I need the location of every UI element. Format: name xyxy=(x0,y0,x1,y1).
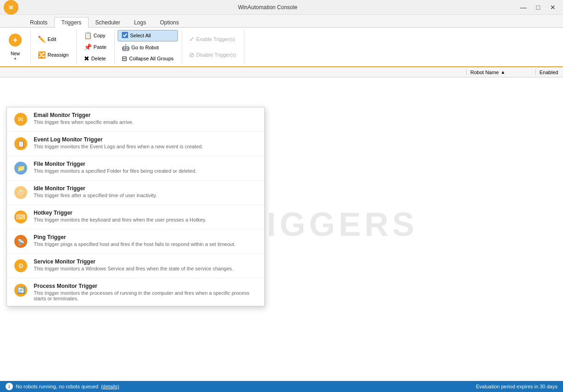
idle-monitor-item[interactable]: ⏱ Idle Monitor Trigger This trigger fire… xyxy=(7,181,264,205)
event-log-item[interactable]: 📋 Event Log Monitor Trigger This trigger… xyxy=(7,132,264,156)
paste-button[interactable]: 📌 Paste xyxy=(80,41,111,53)
email-monitor-icon: ✉ xyxy=(13,112,28,127)
svg-text:🔄: 🔄 xyxy=(17,287,25,294)
enabled-label: Enabled xyxy=(539,70,558,75)
email-monitor-desc: This trigger fires when specific emails … xyxy=(34,119,133,125)
hotkey-desc: This trigger monitors the keyboard and f… xyxy=(34,217,207,222)
restore-button[interactable]: □ xyxy=(532,3,545,12)
service-monitor-icon: ⚙ xyxy=(13,258,28,273)
svg-text:+: + xyxy=(13,35,18,45)
svg-rect-4 xyxy=(122,32,128,38)
hotkey-text: Hotkey Trigger This trigger monitors the… xyxy=(34,210,207,222)
column-header: Robot Name ▲ Enabled xyxy=(0,67,563,77)
new-trigger-dropdown: ✉ Email Monitor Trigger This trigger fir… xyxy=(6,107,265,306)
service-monitor-desc: This trigger monitors a Windows Service … xyxy=(34,266,233,271)
event-log-text: Event Log Monitor Trigger This trigger m… xyxy=(34,136,203,149)
ping-title: Ping Trigger xyxy=(34,234,236,240)
status-left: i No robots running, no robots queued (d… xyxy=(6,383,119,390)
hotkey-title: Hotkey Trigger xyxy=(34,210,207,216)
enable-trigger-label: Enable Trigger(s) xyxy=(196,36,235,42)
edit-button[interactable]: ✏️ Edit xyxy=(34,34,73,45)
ping-item[interactable]: 📡 Ping Trigger This trigger pings a spec… xyxy=(7,229,264,254)
file-monitor-text: File Monitor Trigger This trigger monito… xyxy=(34,161,196,174)
copy-icon: 📋 xyxy=(84,32,92,39)
event-log-title: Event Log Monitor Trigger xyxy=(34,136,203,143)
copy-label: Copy xyxy=(94,33,106,38)
status-text: No robots running, no robots queued xyxy=(16,384,98,389)
file-monitor-desc: This trigger monitors a specified Folder… xyxy=(34,168,196,174)
hotkey-icon: ⌨ xyxy=(13,210,28,224)
service-monitor-item[interactable]: ⚙ Service Monitor Trigger This trigger m… xyxy=(7,254,264,278)
delete-icon: ✖ xyxy=(84,55,89,62)
new-icon: + xyxy=(8,33,23,50)
new-label: New+ xyxy=(11,51,20,61)
event-log-icon: 📋 xyxy=(13,136,28,151)
file-monitor-item[interactable]: 📁 File Monitor Trigger This trigger moni… xyxy=(7,156,264,181)
file-monitor-title: File Monitor Trigger xyxy=(34,161,196,167)
process-monitor-title: Process Monitor Trigger xyxy=(34,283,258,289)
tab-logs[interactable]: Logs xyxy=(127,17,153,28)
svg-text:✉: ✉ xyxy=(18,116,24,123)
tab-triggers[interactable]: Triggers xyxy=(54,17,89,28)
service-monitor-text: Service Monitor Trigger This trigger mon… xyxy=(34,258,233,271)
email-monitor-item[interactable]: ✉ Email Monitor Trigger This trigger fir… xyxy=(7,107,264,132)
enabled-column: Enabled xyxy=(535,70,563,75)
ribbon-group-clipboard: 📋 Copy 📌 Paste ✖ Delete xyxy=(80,29,115,64)
disable-icon: ⊘ xyxy=(189,51,195,59)
reassign-label: Reassign xyxy=(47,52,69,58)
ribbon-group-edit: ✏️ Edit 🔀 Reassign xyxy=(34,29,77,64)
disable-trigger-button[interactable]: ⊘ Disable Trigger(s) xyxy=(185,49,241,60)
delete-button[interactable]: ✖ Delete xyxy=(80,53,111,64)
ribbon: + New+ ✏️ Edit 🔀 Reassign 📋 Copy xyxy=(0,28,563,67)
reassign-icon: 🔀 xyxy=(38,51,46,59)
tab-options[interactable]: Options xyxy=(153,17,186,28)
ping-text: Ping Trigger This trigger pings a specif… xyxy=(34,234,236,247)
select-all-button[interactable]: Select All xyxy=(118,30,178,41)
app-logo: W xyxy=(4,0,18,15)
titlebar: W WinAutomation Console — □ ✕ xyxy=(0,0,563,15)
svg-text:⌨: ⌨ xyxy=(16,213,25,221)
svg-text:⏱: ⏱ xyxy=(18,189,24,196)
copy-button[interactable]: 📋 Copy xyxy=(80,30,111,41)
idle-monitor-title: Idle Monitor Trigger xyxy=(34,185,157,192)
robot-name-column[interactable]: Robot Name ▲ xyxy=(466,70,535,75)
minimize-button[interactable]: — xyxy=(517,3,530,12)
sort-asc-icon: ▲ xyxy=(501,70,505,75)
process-monitor-icon: 🔄 xyxy=(13,283,28,298)
file-monitor-icon: 📁 xyxy=(13,161,28,176)
go-to-robot-button[interactable]: 🤖 Go to Robot xyxy=(118,42,178,53)
ping-desc: This trigger pings a specified host and … xyxy=(34,241,236,247)
idle-monitor-desc: This trigger fires after a specified tim… xyxy=(34,193,157,198)
svg-text:📋: 📋 xyxy=(17,140,25,148)
process-monitor-item[interactable]: 🔄 Process Monitor Trigger This trigger m… xyxy=(7,278,264,306)
svg-text:📡: 📡 xyxy=(18,238,24,245)
tab-scheduler[interactable]: Scheduler xyxy=(89,17,127,28)
paste-label: Paste xyxy=(94,44,107,50)
collapse-all-button[interactable]: ⊟ Collapse All Groups xyxy=(118,53,178,64)
close-button[interactable]: ✕ xyxy=(546,3,559,12)
service-monitor-title: Service Monitor Trigger xyxy=(34,258,233,265)
tab-robots[interactable]: Robots xyxy=(23,17,54,28)
disable-trigger-label: Disable Trigger(s) xyxy=(196,52,237,58)
ribbon-group-select: Select All 🤖 Go to Robot ⊟ Collapse All … xyxy=(118,29,182,64)
ribbon-group-new: + New+ xyxy=(4,29,31,64)
idle-monitor-icon: ⏱ xyxy=(13,185,28,200)
collapse-all-label: Collapse All Groups xyxy=(129,56,174,61)
details-link[interactable]: (details) xyxy=(101,384,119,389)
reassign-button[interactable]: 🔀 Reassign xyxy=(34,49,73,60)
process-monitor-desc: This trigger monitors the processes of r… xyxy=(34,290,258,301)
select-all-label: Select All xyxy=(130,33,151,38)
idle-monitor-text: Idle Monitor Trigger This trigger fires … xyxy=(34,185,157,198)
enable-trigger-button[interactable]: ✓ Enable Trigger(s) xyxy=(185,34,241,45)
menu-tabs: Robots Triggers Scheduler Logs Options xyxy=(0,15,563,28)
new-button[interactable]: + New+ xyxy=(4,29,27,64)
event-log-desc: This trigger monitors the Event Logs and… xyxy=(34,144,203,149)
robot-name-label: Robot Name xyxy=(470,70,499,75)
process-monitor-text: Process Monitor Trigger This trigger mon… xyxy=(34,283,258,301)
enable-icon: ✓ xyxy=(189,35,195,43)
hotkey-item[interactable]: ⌨ Hotkey Trigger This trigger monitors t… xyxy=(7,205,264,229)
app-title: WinAutomation Console xyxy=(18,4,517,11)
email-monitor-text: Email Monitor Trigger This trigger fires… xyxy=(34,112,133,125)
collapse-all-icon: ⊟ xyxy=(122,55,127,62)
content-area: Robot Name ▲ Enabled NO TRIGGERS ✉ Email… xyxy=(0,67,563,381)
